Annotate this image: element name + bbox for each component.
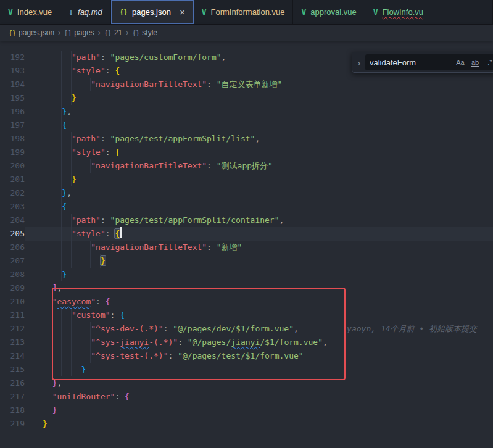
close-icon[interactable]: × — [180, 7, 185, 17]
line-number[interactable]: 205 — [0, 227, 25, 241]
code-content[interactable]: } — [25, 404, 493, 417]
code-content[interactable]: "navigationBarTitleText": "测试app拆分" — [25, 159, 493, 173]
indent-whitespace — [43, 91, 72, 105]
tab-faq-md[interactable]: ↓faq.md — [60, 0, 111, 24]
code-token: } — [62, 188, 67, 197]
code-token: , — [222, 52, 226, 62]
breadcrumb-item-pages-json[interactable]: {}pages.json — [9, 28, 54, 37]
code-content[interactable]: "navigationBarTitleText": "新增" — [25, 241, 493, 254]
line-number[interactable]: 206 — [0, 241, 25, 254]
breadcrumb-separator: › — [58, 28, 60, 37]
line-number[interactable]: 200 — [0, 159, 25, 173]
tab-pages-json[interactable]: {}pages.json× — [111, 0, 194, 24]
line-number[interactable]: 197 — [0, 118, 25, 132]
line-number[interactable]: 216 — [0, 376, 25, 390]
regex-icon[interactable]: .* — [483, 56, 493, 68]
line-number[interactable]: 211 — [0, 309, 25, 322]
line-number[interactable]: 210 — [0, 295, 25, 309]
code-editor[interactable]: 192"path": "pages/customForm/form",193"s… — [0, 41, 493, 448]
breadcrumb-item-style[interactable]: {}style — [132, 28, 157, 37]
code-content[interactable]: "path": "pages/test/appFormSplit/contain… — [25, 214, 493, 227]
code-content[interactable]: }, — [25, 105, 493, 118]
line-number[interactable]: 199 — [0, 146, 25, 159]
code-line: 213"^sys-jianyi-(.*)": "@/pages/jianyi/$… — [0, 336, 493, 349]
code-content[interactable]: } — [25, 173, 493, 186]
code-token: } — [101, 256, 106, 265]
breadcrumb-item-pages[interactable]: []pages — [64, 28, 94, 37]
code-content[interactable]: "style": { — [25, 146, 493, 159]
code-line: 219} — [0, 417, 493, 431]
tab-flowinfo-vu[interactable]: VFlowInfo.vu — [365, 0, 493, 24]
code-content[interactable]: "^sys-dev-(.*)": "@/pages/dev/$1/form.vu… — [25, 322, 493, 336]
line-number[interactable]: 217 — [0, 390, 25, 404]
line-number[interactable]: 209 — [0, 281, 25, 295]
code-content[interactable]: } — [25, 268, 493, 281]
code-content[interactable]: { — [25, 118, 493, 132]
code-content[interactable]: "style": { — [25, 227, 493, 241]
code-token: "^sys-test-(.*)" — [91, 351, 168, 360]
tab-forminformation-vue[interactable]: VFormInformation.vue — [194, 0, 294, 24]
indent-whitespace — [43, 78, 91, 91]
code-content[interactable]: ], — [25, 281, 493, 295]
code-token: : — [207, 80, 217, 89]
code-content[interactable]: "^sys-test-(.*)": "@/pages/test/$1/form.… — [25, 349, 493, 363]
line-number[interactable]: 219 — [0, 417, 25, 431]
code-token: " — [91, 297, 96, 306]
array-icon: [] — [64, 30, 72, 36]
code-content[interactable]: "custom": { — [25, 309, 493, 322]
line-number[interactable]: 196 — [0, 105, 25, 118]
code-content[interactable]: "^sys-jianyi-(.*)": "@/pages/jianyi/$1/f… — [25, 336, 493, 349]
code-content[interactable]: { — [25, 200, 493, 214]
code-line: 217"uniIdRouter": { — [0, 390, 493, 404]
indent-whitespace — [43, 349, 91, 363]
code-token: jianyi — [120, 338, 149, 347]
code-token: "新增" — [217, 243, 242, 252]
whole-word-icon[interactable]: ab — [468, 56, 482, 68]
code-content[interactable]: "uniIdRouter": { — [25, 390, 493, 404]
code-content[interactable]: "navigationBarTitleText": "自定义表单新增" — [25, 78, 493, 91]
code-content[interactable]: } — [25, 91, 493, 105]
code-token: : — [96, 297, 106, 306]
line-number[interactable]: 198 — [0, 132, 25, 146]
line-number[interactable]: 214 — [0, 349, 25, 363]
toggle-replace-button[interactable]: › — [355, 57, 363, 68]
line-number[interactable]: 194 — [0, 78, 25, 91]
code-token: { — [115, 147, 120, 157]
code-line: 199"style": { — [0, 146, 493, 159]
code-token: -(.*)" — [149, 338, 178, 347]
line-number[interactable]: 201 — [0, 173, 25, 186]
find-input-field[interactable] — [365, 58, 454, 67]
code-content[interactable]: } — [25, 417, 493, 431]
line-number[interactable]: 215 — [0, 363, 25, 376]
indent-whitespace — [43, 64, 72, 78]
line-number[interactable]: 218 — [0, 404, 25, 417]
line-number[interactable]: 195 — [0, 91, 25, 105]
line-number[interactable]: 192 — [0, 51, 25, 64]
find-widget: › Aaab.* — [352, 52, 493, 73]
tab-approval-vue[interactable]: Vapproval.vue — [293, 0, 365, 24]
line-number[interactable]: 212 — [0, 322, 25, 336]
line-number[interactable]: 213 — [0, 336, 25, 349]
tab-label: FlowInfo.vu — [383, 7, 423, 17]
line-number[interactable]: 202 — [0, 186, 25, 200]
code-content[interactable]: }, — [25, 186, 493, 200]
code-token: "pages/customForm/form" — [110, 52, 222, 62]
code-content[interactable]: }, — [25, 376, 493, 390]
code-content[interactable]: } — [25, 254, 493, 268]
code-line: 207} — [0, 254, 493, 268]
tab-index-vue[interactable]: VIndex.vue — [0, 0, 60, 24]
breadcrumb-item-21[interactable]: {}21 — [104, 28, 122, 37]
line-number[interactable]: 208 — [0, 268, 25, 281]
code-content[interactable]: "path": "pages/test/appFormSplit/list", — [25, 132, 493, 146]
line-number[interactable]: 207 — [0, 254, 25, 268]
code-token: "uniIdRouter" — [52, 392, 115, 401]
object-icon: {} — [104, 30, 112, 36]
line-number[interactable]: 193 — [0, 64, 25, 78]
line-number[interactable]: 203 — [0, 200, 25, 214]
code-token: } — [52, 405, 57, 415]
indent-whitespace — [43, 118, 62, 132]
line-number[interactable]: 204 — [0, 214, 25, 227]
match-case-icon[interactable]: Aa — [454, 56, 467, 68]
code-content[interactable]: } — [25, 363, 493, 376]
code-content[interactable]: "easycom": { — [25, 295, 493, 309]
